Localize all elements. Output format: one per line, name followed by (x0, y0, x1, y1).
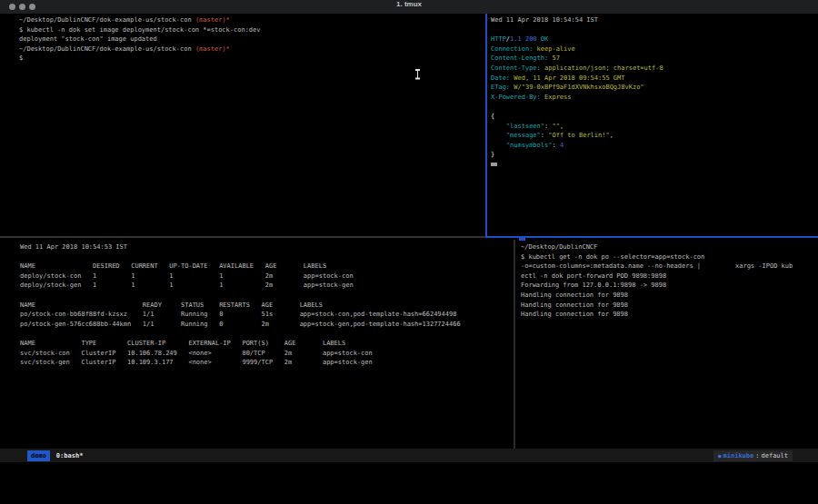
pane-top-right-http-response[interactable]: Wed 11 Apr 2018 10:54:54 IST HTTP/1.1 20… (488, 14, 818, 238)
terminal-line: ~/Desktop/DublinCNCF/dok-example-us/stoc… (19, 44, 504, 54)
kube-context-badge: ● minikube : default (713, 450, 793, 461)
pane-divider-horizontal-left[interactable] (0, 236, 485, 238)
terminal-cursor (491, 163, 497, 166)
window-title-bar: 1. tmux (0, 0, 818, 15)
terminal-line: Wed 11 Apr 2018 10:54:53 IST (20, 242, 534, 252)
terminal-line: { (491, 112, 818, 122)
pane-divider-horizontal-right[interactable] (485, 236, 818, 238)
terminal-area: ~/Desktop/DublinCNCF/dok-example-us/stoc… (0, 14, 818, 449)
kubernetes-icon: ● (718, 452, 722, 459)
terminal-line: $ (19, 54, 504, 64)
terminal-line: ectl -n dok port-forward POD 9898:9898 (521, 272, 818, 282)
terminal-line (491, 102, 818, 112)
terminal-line (20, 291, 534, 301)
pane-divider-vertical-top[interactable] (485, 14, 487, 237)
terminal-line: Handling connection for 9898 (521, 301, 818, 311)
terminal-line: po/stock-con-bb68f88fd-kzsxz 1/1 Running… (20, 310, 534, 320)
terminal-line: Date: Wed, 11 Apr 2018 09:54:55 GMT (491, 74, 818, 84)
window-tab-bash[interactable]: 0:bash* (56, 452, 84, 460)
terminal-line: HTTP/1.1 200 OK (491, 35, 818, 44)
screenshot-root: { "window": { "title": "1. tmux" }, "col… (0, 0, 818, 504)
window-title: 1. tmux (0, 0, 818, 14)
terminal-line: svc/stock-gen ClusterIP 10.109.3.177 <no… (20, 358, 534, 368)
terminal-line: "message": "Off to Berlin!", (491, 131, 818, 141)
terminal-line: "lastseen": "", (491, 122, 818, 132)
terminal-line (20, 252, 534, 262)
pane-bottom-right-port-forward[interactable]: ~/Desktop/DublinCNCF$ kubectl get -n dok… (515, 238, 818, 453)
terminal-line: Wed 11 Apr 2018 10:54:54 IST (491, 15, 818, 25)
pane-top-left-shell[interactable]: ~/Desktop/DublinCNCF/dok-example-us/stoc… (0, 14, 504, 238)
terminal-line: $ kubectl get -n dok po --selector=app=s… (521, 252, 818, 262)
terminal-line (491, 25, 818, 35)
pane-divider-vertical-bottom[interactable] (514, 240, 515, 449)
terminal-line (20, 329, 534, 339)
terminal-line: Handling connection for 9898 (521, 291, 818, 301)
tmux-status-bar: demo 0:bash* ● minikube : default (0, 449, 818, 462)
terminal-line: ~/Desktop/DublinCNCF/dok-example-us/stoc… (19, 15, 504, 25)
terminal-line: Forwarding from 127.0.0.1:9898 -> 9898 (521, 281, 818, 291)
terminal-line: } (491, 150, 818, 160)
terminal-line: Content-Type: application/json; charset=… (491, 64, 818, 74)
terminal-line (491, 160, 818, 170)
context-separator: : (755, 452, 759, 460)
terminal-line: deploy/stock-con 1 1 1 1 2m app=stock-co… (20, 272, 534, 282)
terminal-line: NAME TYPE CLUSTER-IP EXTERNAL-IP PORT(S)… (20, 339, 534, 349)
terminal-line: "numsymbols": 4 (491, 141, 818, 151)
pane-bottom-left-kubectl-get[interactable]: Wed 11 Apr 2018 10:54:53 IST NAME DESIRE… (0, 238, 534, 453)
terminal-line: ~/Desktop/DublinCNCF (521, 242, 818, 252)
terminal-line: ETag: W/"39-0xBPf9aF1dXVNkhsxoBQgJ8vKzo" (491, 83, 818, 93)
terminal-line: po/stock-gen-576cc688bb-44kmn 1/1 Runnin… (20, 320, 534, 330)
terminal-line: NAME DESIRED CURRENT UP-TO-DATE AVAILABL… (20, 262, 534, 272)
namespace-name: default (761, 452, 788, 460)
session-name-badge[interactable]: demo (27, 450, 50, 461)
terminal-line: Handling connection for 9898 (521, 310, 818, 320)
mouse-ibeam-cursor-icon (415, 69, 420, 79)
active-pane-marker (519, 238, 525, 241)
terminal-line: Connection: keep-alive (491, 44, 818, 54)
terminal-line: NAME READY STATUS RESTARTS AGE LABELS (20, 301, 534, 311)
terminal-line: svc/stock-con ClusterIP 10.106.78.249 <n… (20, 349, 534, 359)
terminal-line: deploy/stock-gen 1 1 1 1 2m app=stock-ge… (20, 281, 534, 291)
cluster-name: minikube (723, 452, 754, 460)
terminal-line: deployment "stock-con" image updated (19, 35, 504, 44)
terminal-line: -o=custom-columns=:metadata.name --no-he… (521, 262, 818, 272)
terminal-line: Content-Length: 57 (491, 54, 818, 64)
terminal-line: $ kubectl -n dok set image deployment/st… (19, 25, 504, 35)
terminal-line: X-Powered-By: Express (491, 93, 818, 103)
